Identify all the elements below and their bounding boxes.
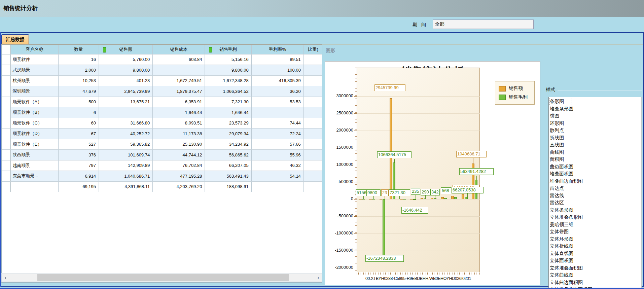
style-list-item[interactable]: 立体堆叠面积图: [549, 264, 641, 272]
table-cell: 34,234.92: [205, 139, 251, 150]
column-header[interactable]: 比重(: [303, 45, 322, 54]
scroll-right-icon[interactable]: ›: [315, 274, 322, 282]
table-row[interactable]: 杭州顺景10,253401.231,672,749.51-1,672,348.2…: [2, 75, 322, 86]
style-list-item[interactable]: 饼图: [549, 112, 641, 120]
y-axis-tick: [354, 113, 357, 114]
column-bar-icon: [103, 47, 106, 52]
callout-connector: [476, 176, 477, 180]
style-list-item[interactable]: 堆叠曲边面积图: [549, 178, 641, 185]
style-list-item[interactable]: 立体曲线图: [549, 272, 641, 279]
x-axis-labels: 00.XTBYH0288-C5895-R9EBDBHH.WB0EHOYHD026…: [357, 276, 480, 281]
style-list-item[interactable]: 立体饼图: [549, 228, 641, 236]
scrollbar-thumb[interactable]: [37, 274, 289, 281]
gridline: [357, 216, 480, 217]
style-list-item[interactable]: 堆叠面积图: [549, 170, 641, 178]
style-list-item[interactable]: 立体折线图: [549, 243, 641, 250]
data-label: 2945739.99: [374, 84, 405, 91]
callout-connector: [391, 92, 391, 98]
table-cell: 66,207.05: [205, 160, 251, 171]
style-list-item[interactable]: 堆叠条形图: [549, 105, 641, 113]
bar-销售额: [441, 197, 444, 199]
chart-style-list: 条形图堆叠条形图饼图环形图散列点折线图直线图曲线图面积图曲边面积图堆叠面积图堆叠…: [548, 97, 642, 289]
table-cell: 8,093.51: [153, 118, 205, 129]
table-cell: 59,365.82: [99, 139, 152, 150]
table-cell: 563,491.43: [205, 171, 251, 182]
y-axis-label: -500000: [328, 213, 353, 218]
table-row[interactable]: 陕西顺景376101,609.7444,744.1256,865.6255.96: [2, 150, 322, 160]
style-list-item[interactable]: 雷达点: [549, 185, 641, 192]
style-list-item[interactable]: 立体曲边面积图: [549, 279, 641, 286]
table-cell: [303, 97, 322, 107]
table-row[interactable]: 顺景软件165,760.00603.845,156.1689.51: [2, 54, 322, 65]
style-list-item[interactable]: 环形图: [549, 120, 641, 127]
table-row[interactable]: 顺景软件（E）52759,365.8225,130.9034,234.9257.…: [2, 139, 322, 150]
style-list-item[interactable]: 雷达线: [549, 192, 641, 200]
table-cell: [303, 65, 322, 76]
table-cell: 4,391,868.11: [99, 181, 152, 192]
style-list-item[interactable]: 曲边面积图: [549, 163, 641, 171]
table-row[interactable]: 顺景软件（D）6740,252.7211,173.3829,079.3472.2…: [2, 129, 322, 139]
table-header: 客户名称数量销售额销售成本销售毛利毛利率%比重(: [2, 45, 322, 54]
bar-销售毛利: [424, 198, 426, 199]
table-row[interactable]: 顺景软件（B）61,646.44-1,646.44: [2, 107, 322, 118]
column-header[interactable]: 销售额: [99, 45, 152, 54]
y-axis-tick: [354, 96, 357, 97]
table-row[interactable]: 东莞市顺景...6,9141,040,686.71477,195.28563,4…: [2, 171, 322, 182]
style-list-item[interactable]: 立体面积图: [549, 257, 641, 264]
column-header[interactable]: 毛利率%: [251, 45, 303, 54]
style-list-item[interactable]: 曼哈顿三维: [549, 221, 641, 228]
bar-销售毛利: [454, 197, 457, 199]
horizontal-scrollbar[interactable]: ‹ ›: [1, 273, 322, 282]
style-list-item[interactable]: 立体堆叠条形图: [549, 214, 641, 221]
table-row[interactable]: 武汉顺景2,0009,800.009,800.00100.00: [2, 65, 322, 76]
style-list-item[interactable]: 直线图: [549, 141, 641, 149]
callout-connector: [394, 159, 395, 162]
table-cell: 顺景软件: [10, 54, 58, 65]
y-axis-tick: [354, 199, 357, 200]
style-list-item[interactable]: 立体直线图: [549, 250, 641, 257]
scroll-left-icon[interactable]: ‹: [2, 274, 9, 282]
gridline: [357, 165, 480, 165]
y-axis-label: 2500000: [328, 110, 353, 115]
bar-销售毛利: [444, 198, 447, 199]
table-row[interactable]: 顺景软件（A）50013,675.216,353.917,321.3053.53: [2, 97, 322, 107]
column-header[interactable]: 销售毛利: [205, 45, 251, 54]
table-cell: 9,800.00: [99, 65, 152, 76]
column-header[interactable]: 数量: [58, 45, 99, 54]
table-row[interactable]: 越南顺景797142,909.8976,702.8466,207.0546.32: [2, 160, 322, 171]
legend-item-profit: 销售毛利: [499, 93, 534, 102]
table-row[interactable]: 顺景软件（C）6031,666.808,093.5123,573.2974.44: [2, 118, 322, 129]
style-list-item[interactable]: 立体环形图: [549, 236, 641, 243]
column-header[interactable]: 销售成本: [153, 45, 205, 54]
callout-connector: [416, 195, 416, 199]
table-cell: 60: [58, 118, 99, 129]
style-list-item[interactable]: 曲线图: [549, 149, 641, 156]
y-axis-tick: [354, 148, 357, 148]
x-axis-ticks: [357, 273, 480, 275]
bar-销售毛利: [413, 199, 416, 200]
style-list-item[interactable]: 折线图: [549, 134, 641, 142]
legend-swatch-sales: [499, 86, 506, 92]
column-header[interactable]: 客户名称: [10, 45, 58, 54]
y-axis-tick: [354, 268, 357, 268]
period-input[interactable]: [433, 20, 534, 29]
style-list-item[interactable]: 立体条形图: [549, 207, 641, 214]
legend-item-sales: 销售额: [499, 84, 534, 93]
table-cell: 603.84: [153, 54, 205, 65]
table-cell: 9,800.00: [205, 65, 251, 76]
tab-summary-data[interactable]: 汇总数据: [1, 34, 29, 44]
table-cell: 23,573.29: [205, 118, 251, 129]
style-list-item[interactable]: 面积图: [549, 156, 641, 163]
table-cell: 6,353.91: [153, 97, 205, 107]
style-list-item[interactable]: 雷达区: [549, 199, 641, 207]
style-list-item[interactable]: 散列点: [549, 127, 641, 134]
table-row[interactable]: 深圳顺景47,6792,945,739.991,879,375.471,066,…: [2, 86, 322, 97]
chart-group-label: 图形: [326, 48, 335, 54]
table-total-row[interactable]: 69,1954,391,868.114,203,769.20188,098.91: [2, 181, 322, 192]
table-cell: 74.44: [251, 118, 303, 129]
data-label: -1672348.2833: [365, 255, 404, 262]
data-label: 1066364.5175: [377, 151, 412, 158]
table-cell: 53.53: [251, 97, 303, 107]
y-axis-tick: [354, 131, 357, 131]
style-list-item[interactable]: 条形图: [549, 98, 572, 105]
